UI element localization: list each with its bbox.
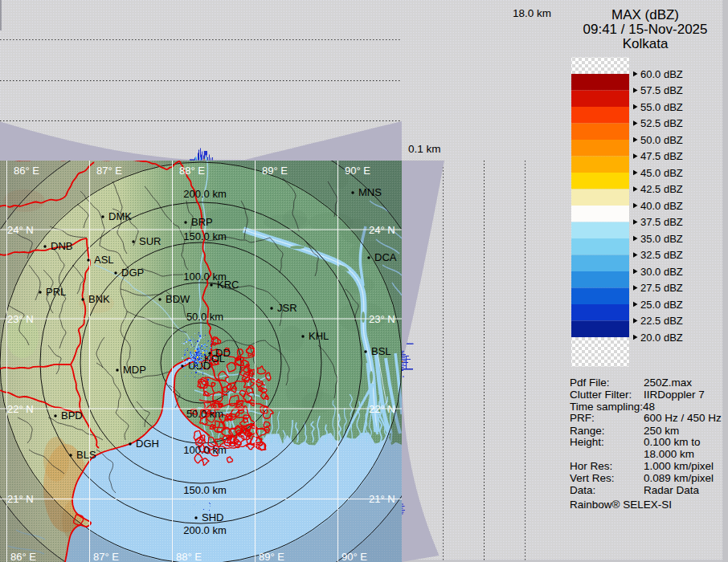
svg-text:88° E: 88° E — [179, 165, 205, 177]
svg-text:47.5 dBZ: 47.5 dBZ — [640, 150, 683, 162]
svg-text:DCA: DCA — [374, 251, 397, 263]
svg-text:Vert Res:: Vert Res: — [570, 472, 615, 484]
svg-text:21° N: 21° N — [7, 493, 34, 505]
svg-text:MDP: MDP — [123, 364, 146, 376]
svg-text:IIRDoppler 7: IIRDoppler 7 — [644, 389, 705, 401]
svg-text:250Z.max: 250Z.max — [644, 377, 692, 389]
svg-text:MAX (dBZ): MAX (dBZ) — [611, 7, 679, 22]
svg-text:Rainbow® SELEX-SI: Rainbow® SELEX-SI — [570, 499, 672, 511]
svg-text:SUR: SUR — [139, 235, 161, 247]
svg-text:BPD: BPD — [61, 409, 83, 422]
svg-text:27.5 dBZ: 27.5 dBZ — [640, 282, 683, 294]
svg-text:32.5 dBZ: 32.5 dBZ — [640, 249, 683, 261]
svg-text:21° N: 21° N — [369, 493, 395, 505]
svg-text:35.0 dBZ: 35.0 dBZ — [640, 233, 683, 245]
svg-text:42.5 dBZ: 42.5 dBZ — [640, 183, 683, 195]
svg-text:87° E: 87° E — [93, 551, 119, 562]
svg-text:89° E: 89° E — [259, 551, 284, 562]
svg-text:BDW: BDW — [166, 293, 190, 305]
svg-text:150.0 km: 150.0 km — [183, 230, 226, 242]
svg-text:24° N: 24° N — [369, 224, 395, 236]
svg-text:24° N: 24° N — [7, 224, 34, 236]
svg-text:DGH: DGH — [136, 438, 159, 450]
svg-text:DNB: DNB — [51, 240, 72, 252]
svg-text:50.0 dBZ: 50.0 dBZ — [640, 134, 683, 146]
svg-text:100.0 km: 100.0 km — [183, 444, 226, 456]
svg-text:Kolkata: Kolkata — [623, 36, 669, 51]
svg-text:SHD: SHD — [202, 511, 223, 523]
svg-text:DGP: DGP — [121, 267, 144, 279]
svg-text:86° E: 86° E — [10, 551, 36, 562]
svg-text:22° N: 22° N — [7, 403, 34, 415]
svg-text:86° E: 86° E — [14, 165, 39, 177]
svg-text:PRL: PRL — [46, 286, 66, 298]
svg-text:Clutter Filter:: Clutter Filter: — [570, 389, 632, 401]
svg-text:30.0 dBZ: 30.0 dBZ — [640, 266, 683, 278]
svg-text:89° E: 89° E — [262, 165, 288, 177]
svg-text:Height:: Height: — [570, 436, 604, 448]
svg-text:57.5 dBZ: 57.5 dBZ — [640, 84, 683, 96]
svg-text:60.0 dBZ: 60.0 dBZ — [640, 68, 683, 80]
svg-text:22° N: 22° N — [369, 403, 395, 415]
svg-text:37.5 dBZ: 37.5 dBZ — [640, 216, 683, 228]
svg-text:KHL: KHL — [309, 330, 329, 342]
svg-text:90° E: 90° E — [345, 165, 370, 177]
svg-text:BNK: BNK — [88, 293, 110, 305]
svg-text:0.100 km to: 0.100 km to — [644, 436, 701, 448]
svg-text:ASL: ASL — [94, 254, 114, 266]
svg-text:0.1 km: 0.1 km — [408, 143, 441, 155]
svg-text:PRF:: PRF: — [570, 412, 595, 424]
svg-text:600 Hz / 450 Hz: 600 Hz / 450 Hz — [644, 412, 722, 424]
svg-text:Data:: Data: — [570, 484, 595, 496]
svg-text:BLS: BLS — [76, 449, 96, 461]
svg-text:52.5 dBZ: 52.5 dBZ — [640, 117, 683, 129]
svg-text:90° E: 90° E — [342, 551, 367, 562]
svg-text:MNS: MNS — [358, 186, 382, 198]
svg-text:150.0 km: 150.0 km — [183, 484, 226, 496]
svg-text:20.0 dBZ: 20.0 dBZ — [640, 332, 683, 344]
svg-text:18.000 km: 18.000 km — [644, 448, 694, 460]
svg-text:40.0 dBZ: 40.0 dBZ — [640, 200, 683, 212]
svg-text:BRP: BRP — [191, 216, 213, 228]
svg-text:25.0 dBZ: 25.0 dBZ — [640, 299, 683, 311]
svg-text:88° E: 88° E — [176, 551, 202, 562]
svg-text:Pdf File:: Pdf File: — [570, 377, 610, 389]
svg-text:200.0 km: 200.0 km — [183, 188, 226, 200]
svg-text:Hor Res:: Hor Res: — [570, 460, 612, 472]
svg-text:250 km: 250 km — [644, 425, 679, 437]
svg-text:87° E: 87° E — [96, 165, 122, 177]
svg-text:55.0 dBZ: 55.0 dBZ — [640, 101, 683, 113]
svg-text:Range:: Range: — [570, 425, 605, 437]
svg-text:DMK: DMK — [108, 210, 132, 222]
svg-text:23° N: 23° N — [369, 313, 395, 325]
svg-text:18.0 km: 18.0 km — [513, 7, 551, 19]
svg-text:50.0 km: 50.0 km — [186, 408, 223, 420]
svg-text:50.0 km: 50.0 km — [186, 311, 223, 323]
svg-text:09:41 / 15-Nov-2025: 09:41 / 15-Nov-2025 — [583, 22, 708, 37]
svg-text:JSR: JSR — [277, 302, 297, 314]
svg-text:Time sampling:48: Time sampling:48 — [570, 401, 655, 413]
svg-text:45.0 dBZ: 45.0 dBZ — [640, 167, 683, 179]
svg-text:KRC: KRC — [217, 279, 239, 291]
svg-text:1.000 km/pixel: 1.000 km/pixel — [644, 460, 714, 472]
svg-text:0.089 km/pixel: 0.089 km/pixel — [644, 472, 714, 484]
svg-text:22.5 dBZ: 22.5 dBZ — [640, 315, 683, 327]
svg-text:23° N: 23° N — [7, 313, 34, 325]
svg-text:Radar Data: Radar Data — [644, 484, 700, 496]
svg-text:BSL: BSL — [371, 345, 391, 357]
svg-text:200.0 km: 200.0 km — [183, 524, 226, 536]
